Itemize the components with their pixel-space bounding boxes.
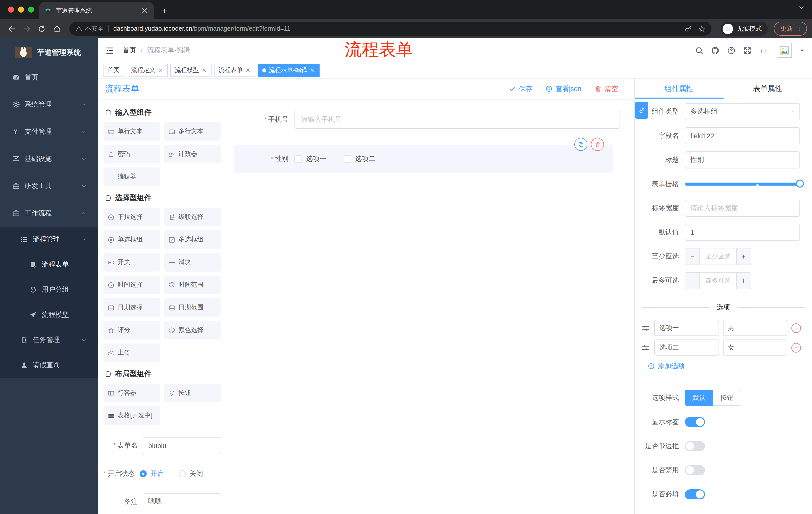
checkbox-box[interactable] (294, 155, 302, 163)
option-label-input[interactable]: 选项二 (654, 340, 719, 356)
delete-widget-button[interactable] (591, 138, 604, 151)
tab-search-caret-icon[interactable] (798, 4, 805, 11)
gender-checkbox-选项一[interactable]: 选项一 (294, 154, 326, 163)
save-button[interactable]: 保存 (509, 84, 532, 93)
tags-view-tab-流程模型[interactable]: 流程模型 (170, 64, 211, 77)
palette-item-颜色选择[interactable]: 颜色选择 (164, 321, 221, 340)
remove-option-button[interactable] (791, 343, 801, 352)
remark-textarea[interactable]: 嘿嘿 (143, 493, 221, 514)
stepper-minus-button[interactable]: − (685, 248, 700, 265)
field-name-input[interactable]: field122 (685, 127, 800, 144)
sidebar-item-流程管理[interactable]: 流程管理 (0, 227, 98, 252)
tab-close-icon[interactable] (310, 67, 315, 73)
palette-item-多行文本[interactable]: 多行文本 (164, 122, 221, 141)
tags-view-tab-流程定义[interactable]: 流程定义 (127, 64, 168, 77)
tab-component-props[interactable]: 组件属性 (635, 78, 723, 99)
back-button[interactable] (5, 22, 18, 35)
palette-item-日期范围[interactable]: 日期范围 (164, 298, 221, 317)
palette-item-开关[interactable]: 开关 (104, 253, 160, 272)
palette-item-单选框组[interactable]: 单选框组 (104, 231, 160, 249)
fullscreen-icon[interactable] (743, 46, 752, 55)
add-option-button[interactable]: 添加选项 (648, 361, 812, 371)
breadcrumb-home[interactable]: 首页 (123, 46, 136, 55)
slider-handle[interactable] (796, 180, 804, 188)
palette-item-表格[开发中][interactable]: 表格[开发中] (104, 406, 160, 425)
url-bar[interactable]: 不安全 dashboard.yudao.iocoder.cn/bpm/manag… (69, 22, 712, 36)
home-button[interactable] (50, 22, 63, 35)
stepper-minus-button[interactable]: − (685, 273, 700, 289)
option-style-default-button[interactable]: 默认 (685, 390, 713, 406)
option-label-input[interactable]: 选项一 (654, 320, 719, 336)
min-select-value[interactable]: 至少应选 (700, 248, 736, 265)
stepper-plus-button[interactable]: + (736, 273, 751, 289)
status-radio-off[interactable]: 关闭 (179, 469, 203, 478)
avatar[interactable] (777, 43, 792, 58)
palette-item-级联选择[interactable]: 级联选择 (164, 208, 221, 226)
browser-menu-icon[interactable] (796, 25, 803, 32)
sidebar-item-研发工具[interactable]: 研发工具 (0, 172, 98, 200)
component-type-select[interactable]: 多选框组 (685, 103, 800, 120)
tags-view-tab-首页[interactable]: 首页 (103, 64, 124, 77)
checkbox-box[interactable] (343, 155, 351, 163)
forward-button[interactable] (20, 22, 33, 35)
palette-item-评分[interactable]: 评分 (104, 321, 160, 340)
palette-item-上传[interactable]: 上传 (104, 344, 160, 362)
sidebar-item-支付管理[interactable]: ¥支付管理 (0, 118, 98, 145)
form-name-input[interactable]: biubiu (143, 437, 221, 454)
view-json-button[interactable]: 查看json (545, 84, 581, 93)
form-grid-slider[interactable] (685, 175, 800, 193)
canvas-field-phone[interactable]: 手机号 请输入手机号 (227, 111, 620, 129)
sidebar-item-用户分组[interactable]: 用户分组 (0, 277, 98, 302)
sidebar-item-基础设施[interactable]: 基础设施 (0, 145, 98, 172)
search-icon[interactable] (695, 46, 703, 55)
sidebar-item-请假查询[interactable]: 请假查询 (0, 353, 98, 378)
sidebar-fold-icon[interactable] (105, 46, 115, 55)
palette-item-时间范围[interactable]: 时间范围 (164, 276, 221, 294)
sidebar-logo[interactable]: 芋道管理系统 (0, 38, 98, 60)
copy-widget-button[interactable] (574, 138, 587, 151)
label-width-input[interactable]: 请输入标签宽度 (685, 200, 800, 217)
sidebar-item-工作流程[interactable]: 工作流程 (0, 200, 98, 227)
remove-option-button[interactable] (791, 323, 801, 333)
url-text[interactable]: dashboard.yudao.iocoder.cn/bpm/manager/f… (113, 25, 678, 32)
palette-item-按钮[interactable]: 按钮 (164, 384, 221, 402)
avatar-caret-icon[interactable] (800, 48, 805, 53)
palette-item-日期选择[interactable]: 日期选择 (104, 298, 160, 317)
canvas-field-gender-selected[interactable]: 性别 选项一选项二 (234, 145, 613, 173)
palette-item-多选框组[interactable]: 多选框组 (164, 231, 221, 249)
panel-link-tag[interactable] (635, 102, 648, 119)
palette-item-滑块[interactable]: 滑块 (164, 253, 221, 272)
password-key-icon[interactable] (685, 25, 692, 32)
title-input[interactable]: 性别 (685, 152, 800, 168)
palette-item-时间选择[interactable]: 时间选择 (104, 276, 160, 294)
option-style-button-button[interactable]: 按钮 (713, 390, 741, 406)
tab-close-icon[interactable] (245, 67, 251, 73)
tab-close-icon[interactable] (158, 67, 163, 73)
border-switch[interactable] (685, 441, 705, 451)
window-zoom-button[interactable] (28, 6, 34, 12)
window-close-button[interactable] (8, 6, 14, 12)
security-label[interactable]: 不安全 (85, 24, 104, 33)
palette-item-单行文本[interactable]: 单行文本 (104, 122, 160, 141)
clear-button[interactable]: 清空 (594, 84, 618, 93)
show-label-switch[interactable] (685, 417, 705, 427)
status-radio-on[interactable]: 开启 (140, 469, 164, 478)
palette-item-计数器[interactable]: 123计数器 (164, 145, 221, 163)
max-select-value[interactable]: 最多可选 (700, 273, 736, 289)
sidebar-item-首页[interactable]: 首页 (0, 64, 98, 91)
option-value-input[interactable]: 男 (723, 320, 787, 336)
update-browser-button[interactable]: 更新 (774, 22, 807, 36)
help-icon[interactable] (727, 46, 736, 55)
tab-close-icon[interactable] (202, 67, 207, 73)
gender-checkbox-选项二[interactable]: 选项二 (343, 154, 375, 163)
disabled-switch[interactable] (685, 465, 705, 475)
drag-handle-icon[interactable] (641, 323, 650, 333)
sidebar-item-流程模型[interactable]: 流程模型 (0, 302, 98, 327)
required-switch[interactable] (685, 489, 705, 499)
tags-view-tab-流程表单-编辑[interactable]: 流程表单-编辑 (258, 64, 320, 77)
drag-handle-icon[interactable] (641, 343, 650, 352)
window-minimize-button[interactable] (18, 6, 24, 12)
reload-button[interactable] (35, 22, 48, 35)
sidebar-item-系统管理[interactable]: 系统管理 (0, 91, 98, 118)
tab-form-props[interactable]: 表单属性 (723, 78, 812, 99)
